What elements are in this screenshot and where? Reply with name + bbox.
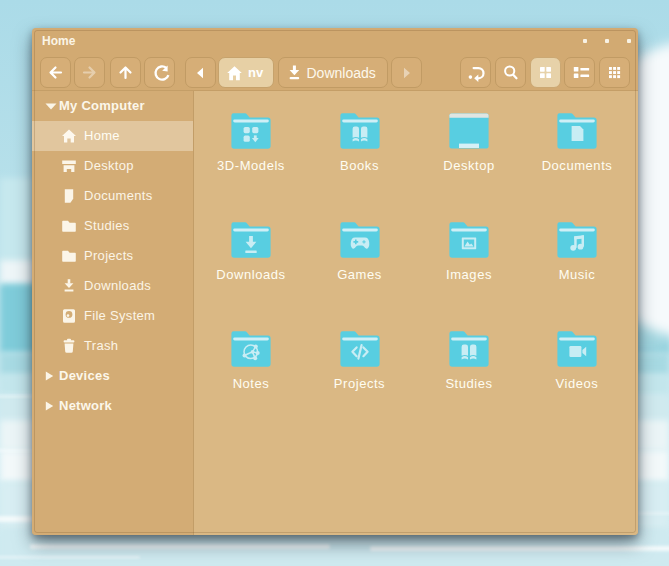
- svg-text:Downloads: Downloads: [306, 65, 375, 81]
- svg-text:nv: nv: [248, 65, 264, 80]
